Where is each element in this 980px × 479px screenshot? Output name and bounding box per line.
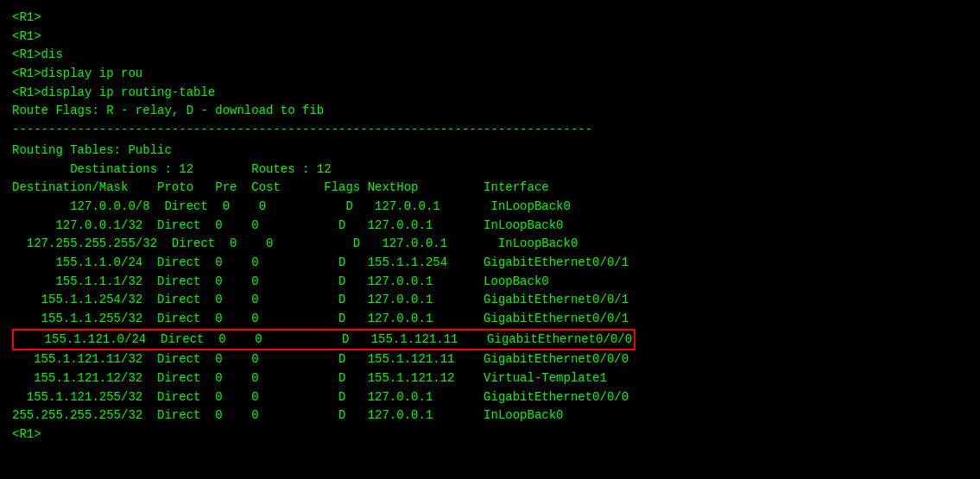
table-header: Destination/Mask Proto Pre Cost Flags Ne… xyxy=(12,179,968,198)
line-1: <R1> xyxy=(12,9,968,28)
row-10: 155.1.121.12/32 Direct 0 0 D 155.1.121.1… xyxy=(12,369,968,388)
line-5: <R1>display ip routing-table xyxy=(12,84,968,103)
line-4: <R1>display ip rou xyxy=(12,65,968,84)
row-12: 255.255.255.255/32 Direct 0 0 D 127.0.0.… xyxy=(12,407,968,425)
row-6: 155.1.1.254/32 Direct 0 0 D 127.0.0.1 Gi… xyxy=(12,291,968,310)
route-flags: Route Flags: R - relay, D - download to … xyxy=(12,102,968,121)
row-7: 155.1.1.255/32 Direct 0 0 D 127.0.0.1 Gi… xyxy=(12,310,968,329)
row-2: 127.0.0.1/32 Direct 0 0 D 127.0.0.1 InLo… xyxy=(12,217,968,236)
row-9: 155.1.121.11/32 Direct 0 0 D 155.1.121.1… xyxy=(12,350,968,369)
row-3: 127.255.255.255/32 Direct 0 0 D 127.0.0.… xyxy=(12,235,968,254)
row-5: 155.1.1.1/32 Direct 0 0 D 127.0.0.1 Loop… xyxy=(12,273,968,292)
line-3: <R1>dis xyxy=(12,46,968,65)
highlighted-entry: 155.1.121.0/24 Direct 0 0 D 155.1.121.11… xyxy=(12,329,635,351)
row-1: 127.0.0.0/8 Direct 0 0 D 127.0.0.1 InLoo… xyxy=(12,198,968,217)
row-highlighted: 155.1.121.0/24 Direct 0 0 D 155.1.121.11… xyxy=(12,329,968,351)
prompt-end: <R1> xyxy=(12,425,968,444)
destinations-routes: Destinations : 12 Routes : 12 xyxy=(12,161,968,180)
terminal-window: <R1> <R1> <R1>dis <R1>display ip rou <R1… xyxy=(12,9,968,470)
routing-tables-label: Routing Tables: Public xyxy=(12,142,968,161)
separator-line: ----------------------------------------… xyxy=(12,121,968,140)
line-2: <R1> xyxy=(12,28,968,47)
row-4: 155.1.1.0/24 Direct 0 0 D 155.1.1.254 Gi… xyxy=(12,254,968,273)
row-11: 155.1.121.255/32 Direct 0 0 D 127.0.0.1 … xyxy=(12,388,968,407)
